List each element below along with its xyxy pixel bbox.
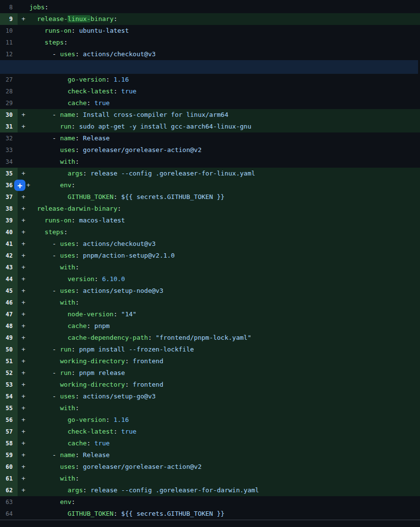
line-number[interactable]: 62 [0, 484, 18, 496]
line-number[interactable]: 59 [0, 449, 18, 461]
line-number[interactable]: 48 [0, 320, 18, 332]
line-number[interactable]: 55 [0, 402, 18, 414]
diff-line-43: 43+ with: [0, 262, 420, 273]
diff-line-53: 53+ working-directory: frontend [0, 379, 420, 391]
addition-marker: + [18, 273, 29, 285]
addition-marker: + [18, 438, 29, 449]
line-number[interactable]: 29 [0, 97, 18, 109]
line-number[interactable]: 33 [0, 144, 18, 156]
line-number[interactable]: 41 [0, 238, 18, 250]
no-marker [18, 508, 29, 520]
code-text: - uses: actions/setup-node@v3 [29, 285, 163, 297]
expand-hidden-lines-row[interactable] [0, 60, 418, 74]
code-text: working-directory: frontend [29, 355, 163, 367]
line-number[interactable]: 38 [0, 203, 18, 215]
diff-line-46: 46+ with: [0, 297, 420, 308]
diff-code-view: 8 jobs:9+ release-linux-binary:10 runs-o… [0, 0, 420, 520]
code-text: - name: Install cross-compiler for linux… [29, 109, 228, 121]
line-number[interactable]: 10 [0, 25, 18, 37]
addition-marker: + [18, 226, 29, 238]
diff-line-10: 10 runs-on: ubuntu-latest [0, 25, 420, 37]
addition-marker: + [18, 121, 29, 132]
diff-line-60: 60+ uses: goreleaser/goreleaser-action@v… [0, 461, 420, 473]
diff-line-31: 31+ run: sudo apt-get -y install gcc-aar… [0, 121, 420, 132]
addition-marker: + [18, 285, 29, 297]
line-number[interactable]: 11 [0, 37, 18, 48]
line-number[interactable]: 46 [0, 297, 18, 308]
line-number[interactable]: 60 [0, 461, 18, 473]
diff-line-54: 54+ - uses: actions/setup-go@v3 [0, 391, 420, 402]
code-text: with: [29, 297, 79, 308]
diff-line-64: 64 GITHUB_TOKEN: ${{ secrets.GITHUB_TOKE… [0, 508, 420, 520]
line-number[interactable]: 43 [0, 262, 18, 273]
addition-marker: + [18, 250, 29, 262]
line-number[interactable]: 49 [0, 332, 18, 344]
line-number[interactable]: 27 [0, 74, 18, 86]
code-text: - name: Release [29, 132, 110, 144]
line-number[interactable]: 64 [0, 508, 18, 520]
diff-line-51: 51+ working-directory: frontend [0, 355, 420, 367]
line-number[interactable]: 56 [0, 414, 18, 426]
code-text: GITHUB_TOKEN: ${{ secrets.GITHUB_TOKEN }… [29, 508, 224, 520]
addition-marker: + [18, 203, 29, 215]
code-text: version: 6.10.0 [29, 273, 125, 285]
line-number[interactable]: 28 [0, 86, 18, 97]
addition-marker: + [18, 215, 29, 226]
diff-line-36: 36+ env:+ [0, 179, 420, 191]
code-text: run: sudo apt-get -y install gcc-aarch64… [29, 121, 251, 132]
code-text: args: release --config .goreleaser-for-d… [29, 484, 259, 496]
code-text: runs-on: ubuntu-latest [29, 25, 129, 37]
code-text: env: [29, 496, 75, 508]
no-marker [18, 37, 29, 48]
line-number[interactable]: 8 [0, 1, 18, 13]
line-number[interactable]: 42 [0, 250, 18, 262]
no-marker [18, 144, 29, 156]
diff-line-37: 37+ GITHUB_TOKEN: ${{ secrets.GITHUB_TOK… [0, 191, 420, 203]
line-number[interactable]: 30 [0, 109, 18, 121]
diff-line-45: 45+ - uses: actions/setup-node@v3 [0, 285, 420, 297]
line-number[interactable]: 31 [0, 121, 18, 132]
diff-line-8: 8 jobs: [0, 1, 420, 13]
line-number[interactable]: 51 [0, 355, 18, 367]
diff-line-56: 56+ go-version: 1.16 [0, 414, 420, 426]
addition-marker: + [18, 355, 29, 367]
diff-line-32: 32 - name: Release [0, 132, 420, 144]
addition-marker: + [18, 473, 29, 484]
line-number[interactable]: 47 [0, 308, 18, 320]
diff-line-40: 40+ steps: [0, 226, 420, 238]
line-number[interactable]: 58 [0, 438, 18, 449]
addition-marker: + [18, 414, 29, 426]
line-number[interactable]: 53 [0, 379, 18, 391]
line-number[interactable]: 35 [0, 168, 18, 179]
no-marker [18, 48, 29, 60]
line-number[interactable]: 61 [0, 473, 18, 484]
line-number[interactable]: 40 [0, 226, 18, 238]
diff-line-33: 33 uses: goreleaser/goreleaser-action@v2 [0, 144, 420, 156]
line-number[interactable]: 32 [0, 132, 18, 144]
code-text: go-version: 1.16 [29, 414, 129, 426]
line-number[interactable]: 37 [0, 191, 18, 203]
addition-marker: + [18, 238, 29, 250]
line-number[interactable]: 39 [0, 215, 18, 226]
code-text: uses: goreleaser/goreleaser-action@v2 [29, 461, 201, 473]
code-text: with: [29, 262, 79, 273]
add-comment-button[interactable]: + [14, 180, 25, 191]
diff-line-28: 28 check-latest: true [0, 86, 420, 97]
code-text: env: [29, 179, 75, 191]
line-number[interactable]: 52 [0, 367, 18, 379]
line-number[interactable]: 45 [0, 285, 18, 297]
line-number[interactable]: 9 [0, 13, 18, 25]
addition-marker: + [18, 332, 29, 344]
line-number[interactable]: 63 [0, 496, 18, 508]
diff-line-38: 38+ release-darwin-binary: [0, 203, 420, 215]
line-number[interactable]: 34 [0, 156, 18, 168]
line-number[interactable]: 57 [0, 426, 18, 438]
line-number[interactable]: 54 [0, 391, 18, 402]
line-number[interactable]: 44 [0, 273, 18, 285]
code-text: check-latest: true [29, 86, 136, 97]
word-diff-highlight: linux- [67, 15, 90, 22]
diff-line-9: 9+ release-linux-binary: [0, 13, 420, 25]
line-number[interactable]: 50 [0, 344, 18, 355]
addition-marker: + [18, 484, 29, 496]
line-number[interactable]: 12 [0, 48, 18, 60]
